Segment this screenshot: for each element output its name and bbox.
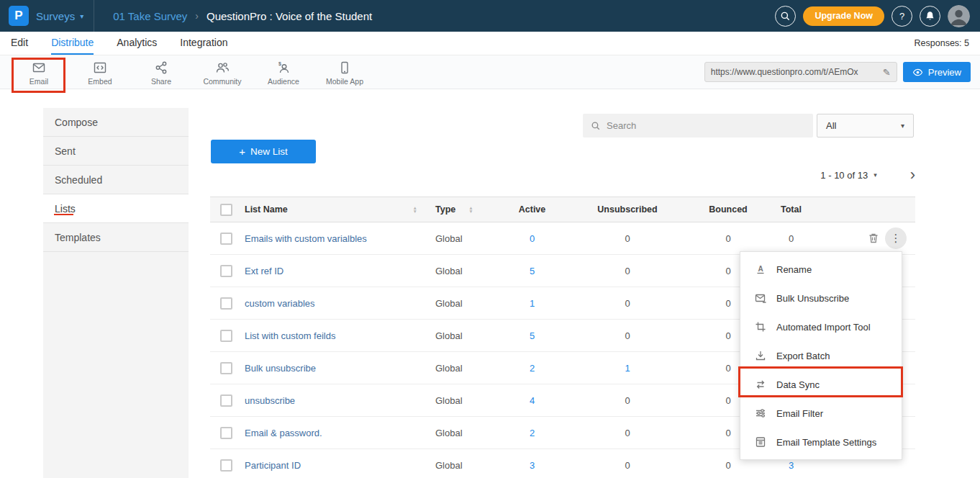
list-name-link[interactable]: Participant ID bbox=[245, 460, 301, 471]
next-page-icon[interactable]: › bbox=[910, 168, 915, 181]
unsubscribed-count: 0 bbox=[555, 266, 699, 276]
sort-icon[interactable]: ▲▼ bbox=[413, 206, 417, 214]
preview-button[interactable]: Preview bbox=[903, 62, 971, 82]
sidebar-item-sent[interactable]: Sent bbox=[43, 137, 189, 166]
row-menu-kebab-icon[interactable]: ⋮ bbox=[885, 227, 907, 249]
user-avatar[interactable] bbox=[948, 5, 970, 27]
active-count-link[interactable]: 5 bbox=[530, 330, 535, 341]
list-filter-dropdown[interactable]: All ▾ bbox=[817, 114, 914, 137]
eye-icon bbox=[912, 68, 923, 77]
menu-item-data-sync[interactable]: Data Sync bbox=[740, 370, 902, 399]
help-icon[interactable]: ? bbox=[891, 6, 912, 27]
list-name-link[interactable]: Emails with custom varialbles bbox=[245, 233, 367, 244]
list-name-link[interactable]: Ext ref ID bbox=[245, 266, 283, 276]
unsubscribed-count[interactable]: 1 bbox=[555, 363, 699, 374]
menu-item-label: Data Sync bbox=[776, 379, 820, 390]
row-checkbox[interactable] bbox=[220, 297, 232, 310]
row-context-menu: A Rename Bulk Unsubscribe Automated Impo… bbox=[740, 251, 902, 460]
edit-url-pencil-icon[interactable]: ✎ bbox=[883, 67, 891, 78]
row-checkbox[interactable] bbox=[220, 459, 232, 472]
envelope-icon bbox=[32, 60, 46, 75]
col-header-list-name[interactable]: List Name bbox=[245, 204, 288, 215]
active-count-link[interactable]: 5 bbox=[530, 266, 535, 276]
active-count-link[interactable]: 2 bbox=[530, 363, 535, 374]
sort-icon[interactable]: ▲▼ bbox=[468, 206, 473, 214]
menu-item-export-batch[interactable]: Export Batch bbox=[740, 341, 902, 370]
channel-embed[interactable]: Embed bbox=[74, 59, 126, 86]
channel-audience[interactable]: $ Audience bbox=[258, 59, 309, 86]
channel-community[interactable]: Community bbox=[196, 59, 248, 86]
row-checkbox[interactable] bbox=[220, 265, 232, 277]
active-count-link[interactable]: 2 bbox=[530, 428, 535, 438]
list-name-link[interactable]: List with custom feilds bbox=[245, 330, 335, 341]
tab-edit[interactable]: Edit bbox=[11, 32, 28, 55]
pagination-range[interactable]: 1 - 10 of 13 bbox=[820, 170, 868, 181]
plus-icon: + bbox=[239, 145, 245, 158]
menu-item-rename[interactable]: A Rename bbox=[740, 255, 902, 284]
channel-label: Embed bbox=[88, 77, 112, 86]
delete-trash-icon[interactable] bbox=[868, 233, 879, 244]
row-checkbox[interactable] bbox=[220, 394, 232, 407]
survey-url-input[interactable] bbox=[711, 67, 879, 77]
list-type-cell: Global bbox=[426, 460, 509, 471]
col-header-type[interactable]: Type bbox=[435, 204, 455, 215]
search-icon[interactable] bbox=[775, 6, 796, 27]
questionpro-logo[interactable]: P bbox=[9, 6, 29, 26]
bounced-count: 0 bbox=[699, 460, 757, 471]
sidebar-item-compose[interactable]: Compose bbox=[43, 108, 189, 137]
list-name-link[interactable]: Email & password. bbox=[245, 428, 322, 438]
row-checkbox[interactable] bbox=[220, 233, 232, 245]
import-tool-icon bbox=[755, 321, 766, 333]
menu-item-label: Automated Import Tool bbox=[776, 322, 871, 333]
notifications-bell-icon[interactable] bbox=[920, 6, 940, 27]
unsubscribed-count: 0 bbox=[555, 330, 699, 341]
active-count-link[interactable]: 3 bbox=[530, 460, 535, 471]
list-type-cell: Global bbox=[426, 233, 509, 244]
list-name-link[interactable]: custom variables bbox=[245, 298, 315, 309]
chevron-down-icon[interactable]: ▾ bbox=[874, 171, 877, 179]
row-checkbox[interactable] bbox=[220, 427, 232, 439]
menu-item-automated-import-tool[interactable]: Automated Import Tool bbox=[740, 312, 902, 341]
list-type-cell: Global bbox=[426, 395, 509, 406]
list-name-link[interactable]: Bulk unsubscribe bbox=[245, 363, 316, 374]
unsubscribed-count: 0 bbox=[555, 460, 699, 471]
active-count-link[interactable]: 4 bbox=[530, 395, 535, 406]
list-type-cell: Global bbox=[426, 298, 509, 309]
new-list-button[interactable]: + New List bbox=[211, 140, 316, 163]
active-count-link[interactable]: 0 bbox=[530, 233, 535, 244]
sidebar-item-lists[interactable]: Lists bbox=[43, 194, 189, 223]
breadcrumb-survey-id[interactable]: 01 Take Survey bbox=[113, 10, 187, 22]
active-count-link[interactable]: 1 bbox=[530, 298, 535, 309]
channel-share[interactable]: Share bbox=[135, 59, 187, 86]
rename-icon: A bbox=[755, 263, 766, 275]
list-search-input[interactable] bbox=[607, 120, 805, 131]
menu-item-label: Rename bbox=[776, 264, 812, 275]
channel-mobile-app[interactable]: Mobile App bbox=[319, 59, 371, 86]
tab-distribute[interactable]: Distribute bbox=[51, 32, 94, 55]
menu-item-email-filter[interactable]: Email Filter bbox=[740, 399, 902, 428]
share-icon bbox=[154, 60, 168, 75]
channel-email[interactable]: Email bbox=[13, 59, 65, 86]
channel-label: Audience bbox=[268, 77, 299, 86]
surveys-label: Surveys bbox=[36, 10, 75, 22]
navbar-actions: Upgrade Now ? bbox=[775, 5, 980, 27]
tab-integration[interactable]: Integration bbox=[180, 32, 227, 55]
row-checkbox[interactable] bbox=[220, 330, 232, 342]
channel-label: Mobile App bbox=[326, 77, 363, 86]
list-type-cell: Global bbox=[426, 428, 509, 438]
sidebar-item-templates[interactable]: Templates bbox=[43, 223, 189, 252]
row-checkbox[interactable] bbox=[220, 362, 232, 374]
list-type-cell: Global bbox=[426, 330, 509, 341]
surveys-menu[interactable]: Surveys ▾ bbox=[36, 10, 83, 22]
menu-item-label: Bulk Unsubscribe bbox=[776, 293, 849, 304]
sidebar-item-scheduled[interactable]: Scheduled bbox=[43, 166, 189, 194]
upgrade-now-button[interactable]: Upgrade Now bbox=[803, 6, 884, 26]
tab-analytics[interactable]: Analytics bbox=[117, 32, 157, 55]
total-count[interactable]: 3 bbox=[757, 460, 825, 471]
select-all-checkbox[interactable] bbox=[220, 204, 232, 216]
col-header-total: Total bbox=[757, 204, 825, 215]
menu-item-bulk-unsubscribe[interactable]: Bulk Unsubscribe bbox=[740, 284, 902, 312]
menu-item-email-template-settings[interactable]: Email Template Settings bbox=[740, 428, 902, 456]
list-name-link[interactable]: unsubscribe bbox=[245, 395, 295, 406]
survey-url-area: ✎ Preview bbox=[704, 62, 980, 82]
